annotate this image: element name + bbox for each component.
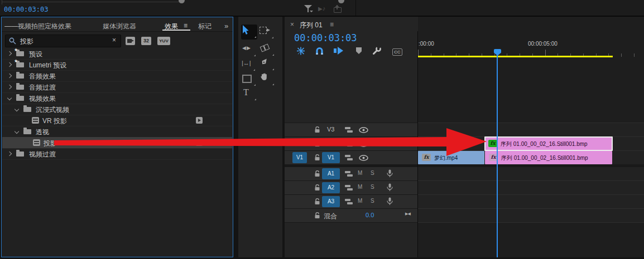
lock-icon[interactable]: [314, 126, 320, 133]
eye-icon[interactable]: [359, 141, 368, 147]
track-target-a1[interactable]: A1: [322, 168, 340, 179]
solo-button[interactable]: S: [371, 170, 374, 176]
solo-button[interactable]: S: [371, 184, 374, 190]
wrench-settings-icon[interactable]: [372, 46, 382, 56]
linked-selection-icon[interactable]: [333, 46, 344, 55]
tree-item-audio-effects[interactable]: 音频效果: [2, 70, 232, 82]
rectangle-tool[interactable]: [242, 73, 256, 86]
ruler-tick: [621, 53, 622, 57]
tab-markers[interactable]: 标记: [198, 22, 213, 31]
tree-item-immersive-video[interactable]: 沉浸式视频: [2, 104, 232, 115]
chevron-right-icon[interactable]: [7, 74, 12, 78]
hand-icon: [260, 72, 268, 81]
preset-folder-icon: [16, 51, 24, 56]
tree-item-presets[interactable]: 预设: [2, 48, 232, 60]
mic-icon[interactable]: [387, 197, 393, 206]
chevron-down-icon[interactable]: [15, 129, 19, 134]
eye-icon[interactable]: [359, 155, 368, 161]
sync-lock-icon[interactable]: [345, 184, 353, 191]
razor-tool[interactable]: [260, 43, 275, 56]
close-icon[interactable]: ×: [290, 21, 294, 28]
clip-still-v1[interactable]: fx 序列 01.00_00_02_16.Still001.bmp: [485, 151, 612, 164]
sync-lock-icon[interactable]: [345, 198, 353, 205]
lock-icon[interactable]: [314, 198, 320, 205]
export-icon[interactable]: [334, 5, 342, 12]
track-label-v2[interactable]: V2: [327, 140, 334, 146]
type-tool[interactable]: T: [242, 87, 257, 101]
tab-sequence-01[interactable]: 序列 01: [300, 21, 323, 30]
mic-icon[interactable]: [387, 183, 393, 192]
sync-lock-icon[interactable]: [345, 140, 353, 147]
zoom-slider-track[interactable]: [2, 2, 180, 2]
master-volume-value[interactable]: 0.0: [366, 212, 374, 218]
sync-lock-icon[interactable]: [345, 126, 353, 133]
nest-sequence-icon[interactable]: [296, 46, 306, 56]
track-header-master: 混合 0.0 ▶◀: [285, 209, 417, 222]
panel-menu-icon[interactable]: ≡: [330, 21, 334, 28]
timeline-timecode[interactable]: 00:00:03:03: [294, 32, 357, 43]
clip-label: 梦幻.mp4: [434, 154, 458, 162]
chevron-right-icon[interactable]: [7, 152, 12, 156]
tab-overflow-chevron[interactable]: »: [224, 22, 228, 30]
clip-still-v2-selected[interactable]: fx 序列 01.00_00_02_16.Still001.bmp: [484, 136, 613, 151]
track-target-v1[interactable]: V1: [322, 152, 340, 163]
ripple-edit-tool[interactable]: ◀▶: [242, 43, 256, 57]
zoom-slider-knob[interactable]: [338, 0, 344, 3]
mute-button[interactable]: M: [358, 198, 362, 204]
lock-icon[interactable]: [314, 140, 320, 147]
tree-item-audio-transitions[interactable]: 音频过渡: [2, 81, 232, 93]
tree-item-drop-shadow-selected[interactable]: 投影: [2, 137, 232, 149]
keyframe-pan-icon[interactable]: ▶◀: [405, 212, 410, 216]
mic-icon[interactable]: [387, 169, 393, 178]
type-T-icon: T: [243, 87, 249, 97]
solo-button[interactable]: S: [371, 198, 374, 204]
search-clear-icon[interactable]: ×: [112, 36, 116, 44]
filter-yuv-icon[interactable]: YUV: [157, 37, 170, 45]
tree-item-perspective[interactable]: 透视: [2, 126, 232, 138]
filter-32bit-icon[interactable]: 32: [141, 37, 151, 45]
hand-tool[interactable]: [260, 72, 275, 86]
chevron-right-icon[interactable]: [7, 85, 12, 89]
pen-tool[interactable]: [260, 57, 275, 71]
captions-cc-icon[interactable]: CC: [392, 48, 402, 56]
work-area-bar[interactable]: [418, 56, 613, 57]
chevron-down-icon[interactable]: [7, 96, 12, 100]
tab-media-browser[interactable]: 媒体浏览器: [103, 22, 136, 31]
folder-icon: [23, 129, 31, 134]
chevron-down-icon[interactable]: [15, 107, 19, 111]
clip-label: 序列 01.00_00_02_16.Still001.bmp: [501, 154, 588, 162]
accelerated-effects-filter-icon[interactable]: [126, 37, 135, 45]
track-target-a2[interactable]: A2: [322, 182, 340, 193]
pen-nib-icon: [258, 56, 271, 68]
clip-menghuan-mp4[interactable]: fx 梦幻.mp4: [418, 151, 484, 164]
tab-project[interactable]: ——视频拍照定格效果: [4, 22, 71, 31]
panel-menu-icon[interactable]: ≡: [184, 22, 188, 30]
lock-icon[interactable]: [314, 184, 320, 191]
tree-item-video-effects[interactable]: 视频效果: [2, 92, 232, 104]
selection-tool[interactable]: [242, 25, 257, 38]
tree-item-vr-projection[interactable]: VR 投影: [2, 115, 232, 126]
track-select-forward-tool[interactable]: [259, 26, 274, 39]
slip-tool[interactable]: |↔|: [241, 58, 256, 71]
filter-funnel-icon[interactable]: [304, 4, 314, 13]
tree-item-video-transitions[interactable]: 视频过渡: [2, 148, 232, 160]
snap-magnet-icon[interactable]: [315, 47, 324, 55]
zoom-slider-knob[interactable]: [179, 0, 185, 3]
mute-button[interactable]: M: [358, 170, 362, 176]
play-audio-preview-icon[interactable]: ▶♪: [318, 5, 325, 12]
mute-button[interactable]: M: [358, 184, 362, 190]
lock-icon[interactable]: [314, 170, 320, 177]
track-label-v3[interactable]: V3: [327, 126, 334, 133]
source-patch-v1[interactable]: V1: [292, 152, 307, 163]
lock-icon[interactable]: [314, 212, 320, 219]
track-target-a3[interactable]: A3: [322, 196, 340, 207]
eye-icon[interactable]: [359, 127, 368, 133]
chevron-right-icon[interactable]: [7, 62, 12, 67]
folder-icon: [16, 96, 24, 101]
sync-lock-icon[interactable]: [345, 154, 353, 161]
effects-search-input[interactable]: 投影 ×: [5, 35, 121, 47]
chevron-right-icon[interactable]: [7, 51, 12, 56]
sync-lock-icon[interactable]: [345, 170, 353, 177]
tree-item-lumetri-presets[interactable]: Lumetri 预设: [2, 59, 232, 71]
lock-icon[interactable]: [314, 154, 320, 161]
